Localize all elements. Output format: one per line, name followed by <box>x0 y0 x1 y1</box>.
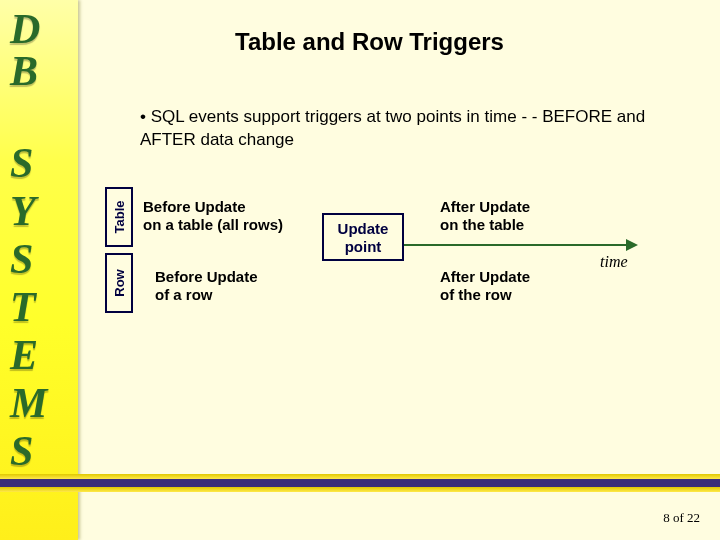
update-point-box: Updatepoint <box>322 213 404 261</box>
divider-bottom <box>0 487 720 492</box>
divider-mid <box>0 479 720 487</box>
brand-letter-e: E <box>10 334 38 376</box>
row-box: Row <box>105 253 133 313</box>
brand-letter-b: B <box>10 50 38 92</box>
brand-letter-s1: S <box>10 142 33 184</box>
update-point-label: Updatepoint <box>324 215 402 256</box>
bullet-text: • SQL events support triggers at two poi… <box>140 106 660 152</box>
slide-title: Table and Row Triggers <box>235 28 504 56</box>
timeline-arrow <box>404 244 636 246</box>
brand-letter-m: M <box>10 382 47 424</box>
brand-letter-s3: S <box>10 430 33 472</box>
brand-letter-t: T <box>10 286 36 328</box>
after-row-label: After Updateof the row <box>440 268 610 304</box>
row-box-label: Row <box>112 269 127 296</box>
time-label: time <box>600 253 628 271</box>
brand-letter-d: D <box>10 8 40 50</box>
brand-letter-y: Y <box>10 190 36 232</box>
table-box: Table <box>105 187 133 247</box>
brand-letter-s2: S <box>10 238 33 280</box>
table-box-label: Table <box>112 201 127 234</box>
page-counter: 8 of 22 <box>663 510 700 526</box>
before-table-label: Before Updateon a table (all rows) <box>143 198 323 234</box>
before-row-label: Before Updateof a row <box>155 268 315 304</box>
after-table-label: After Updateon the table <box>440 198 610 234</box>
